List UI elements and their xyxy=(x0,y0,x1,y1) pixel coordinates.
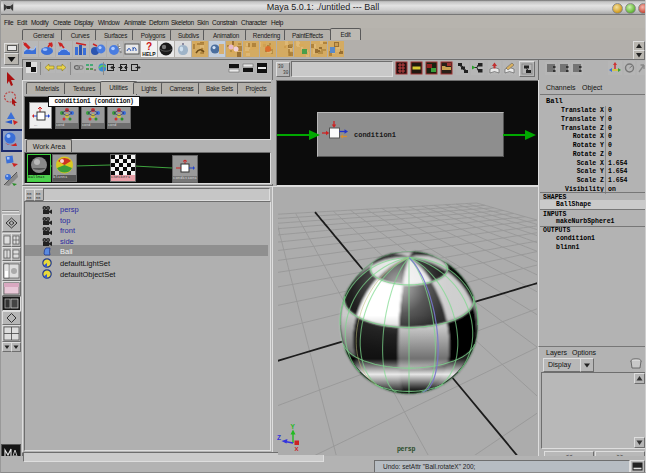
svg-text:Z: Z xyxy=(277,434,281,441)
svg-text:Y: Y xyxy=(291,423,296,430)
svg-text:persp: persp xyxy=(397,446,415,453)
svg-text:X: X xyxy=(295,446,299,452)
